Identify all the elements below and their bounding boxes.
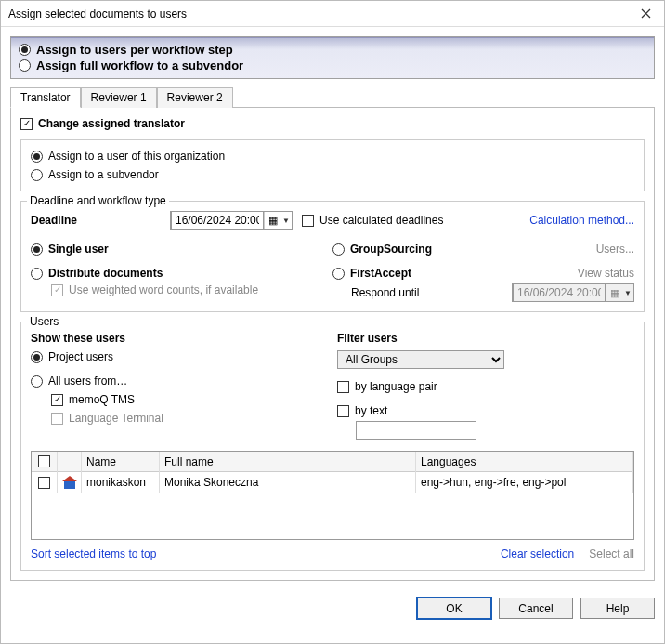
row-name: monikaskon (82, 472, 160, 493)
dialog-footer: OK Cancel Help (1, 590, 664, 626)
radio-icon (332, 268, 345, 280)
weighted-label: Use weighted word counts, if available (69, 283, 258, 296)
tab-reviewer2[interactable]: Reviewer 2 (157, 87, 233, 108)
respond-until-input: ▦ ▼ (512, 283, 634, 302)
tab-reviewer1[interactable]: Reviewer 1 (81, 87, 157, 108)
respond-until-label: Respond until (351, 286, 419, 299)
memoq-tms-label: memoQ TMS (69, 393, 135, 406)
radio-icon (31, 243, 43, 256)
radio-icon (31, 169, 43, 181)
chevron-down-icon: ▼ (622, 289, 633, 297)
header-checkbox[interactable] (32, 452, 58, 472)
deadline-fieldset: Deadline and workflow type Deadline ▦ ▼ … (20, 201, 645, 312)
radio-icon (31, 151, 43, 163)
house-icon (62, 476, 76, 489)
tab-translator[interactable]: Translator (10, 87, 81, 108)
assign-subvendor-option[interactable]: Assign full workflow to a subvendor (19, 59, 646, 72)
single-user-label: Single user (48, 243, 109, 256)
assign-mode-banner: Assign to users per workflow step Assign… (10, 36, 655, 79)
checkbox-icon (302, 215, 314, 227)
table-row[interactable]: monikaskon Monika Skoneczna eng->hun, en… (32, 472, 633, 493)
header-languages[interactable]: Languages (416, 452, 633, 472)
header-fullname[interactable]: Full name (160, 452, 416, 472)
filter-by-language-label: by language pair (355, 380, 437, 393)
deadline-text[interactable] (171, 211, 264, 230)
filter-users-label: Filter users (337, 332, 634, 345)
firstaccept-label: FirstAccept (350, 267, 411, 280)
filter-text-input[interactable] (356, 421, 476, 440)
filter-by-text-check[interactable]: by text (337, 404, 634, 417)
users-legend: Users (27, 315, 61, 328)
users-table: Name Full name Languages monikaskon Moni… (31, 451, 634, 540)
radio-icon (19, 59, 31, 72)
language-terminal-label: Language Terminal (69, 412, 163, 425)
assign-subvendor-radio[interactable]: Assign to a subvendor (31, 168, 634, 181)
assign-org-label: Assign to a user of this organization (48, 150, 225, 163)
row-checkbox[interactable] (32, 472, 58, 493)
groupsourcing-radio[interactable]: GroupSourcing (332, 243, 432, 256)
checkbox-icon (38, 477, 50, 489)
select-all-link: Select all (589, 547, 634, 560)
sort-to-top-link[interactable]: Sort selected items to top (31, 547, 156, 560)
assign-org-radio[interactable]: Assign to a user of this organization (31, 150, 634, 163)
filter-by-language-check[interactable]: by language pair (337, 380, 634, 393)
close-button[interactable] (627, 1, 664, 27)
deadline-label: Deadline (31, 214, 161, 227)
ok-button[interactable]: OK (417, 598, 491, 619)
distribute-label: Distribute documents (48, 267, 163, 280)
calculation-method-link[interactable]: Calculation method... (529, 214, 634, 227)
deadline-input[interactable]: ▦ ▼ (170, 211, 293, 230)
use-calculated-check[interactable]: Use calculated deadlines (302, 214, 443, 227)
project-users-radio[interactable]: Project users (31, 350, 328, 363)
memoq-tms-check[interactable]: memoQ TMS (51, 393, 328, 406)
header-icon (58, 452, 82, 472)
language-terminal-check: Language Terminal (51, 412, 328, 425)
use-calculated-label: Use calculated deadlines (319, 214, 443, 227)
distribute-radio[interactable]: Distribute documents (31, 267, 332, 280)
radio-icon (31, 268, 43, 280)
clear-selection-link[interactable]: Clear selection (501, 547, 574, 560)
calendar-icon[interactable]: ▦ (264, 212, 280, 229)
respond-until-text (513, 283, 606, 302)
checkbox-icon (337, 405, 349, 417)
filter-by-text-label: by text (355, 404, 387, 417)
assign-subvendor-label: Assign full workflow to a subvendor (36, 59, 243, 72)
filter-group-select[interactable]: All Groups (337, 350, 504, 369)
checkbox-icon (38, 455, 50, 467)
radio-icon (19, 44, 31, 56)
role-tabs: Translator Reviewer 1 Reviewer 2 (10, 86, 655, 108)
checkbox-icon (51, 284, 63, 296)
row-fullname: Monika Skoneczna (160, 472, 416, 493)
assignment-target-panel: Assign to a user of this organization As… (20, 139, 645, 191)
all-users-from-radio[interactable]: All users from… (31, 375, 328, 388)
weighted-check: Use weighted word counts, if available (51, 283, 332, 296)
chevron-down-icon[interactable]: ▼ (280, 217, 292, 225)
groupsourcing-label: GroupSourcing (350, 243, 432, 256)
users-link: Users... (596, 243, 634, 256)
assign-per-step-option[interactable]: Assign to users per workflow step (19, 43, 646, 57)
window-title: Assign selected documents to users (8, 7, 627, 20)
checkbox-icon (20, 118, 33, 130)
calendar-icon: ▦ (606, 284, 622, 301)
deadline-legend: Deadline and workflow type (27, 194, 169, 207)
users-table-header: Name Full name Languages (32, 452, 633, 472)
single-user-radio[interactable]: Single user (31, 243, 332, 256)
users-table-body: monikaskon Monika Skoneczna eng->hun, en… (32, 472, 633, 539)
table-actions: Sort selected items to top Clear selecti… (31, 547, 634, 560)
all-users-from-label: All users from… (48, 375, 127, 388)
cancel-button[interactable]: Cancel (499, 598, 573, 619)
radio-icon (332, 243, 345, 256)
header-name[interactable]: Name (82, 452, 160, 472)
help-button[interactable]: Help (580, 598, 655, 619)
change-translator-label: Change assigned translator (38, 117, 185, 130)
close-icon (641, 8, 651, 19)
change-translator-check[interactable]: Change assigned translator (20, 117, 645, 130)
assign-subvendor-label: Assign to a subvendor (48, 168, 159, 181)
radio-icon (31, 375, 43, 388)
row-languages: eng->hun, eng->fre, eng->pol (416, 472, 633, 493)
row-icon (58, 472, 82, 493)
firstaccept-radio[interactable]: FirstAccept (332, 267, 411, 280)
checkbox-icon (51, 413, 63, 425)
show-users-label: Show these users (31, 332, 328, 345)
project-users-label: Project users (48, 350, 113, 363)
